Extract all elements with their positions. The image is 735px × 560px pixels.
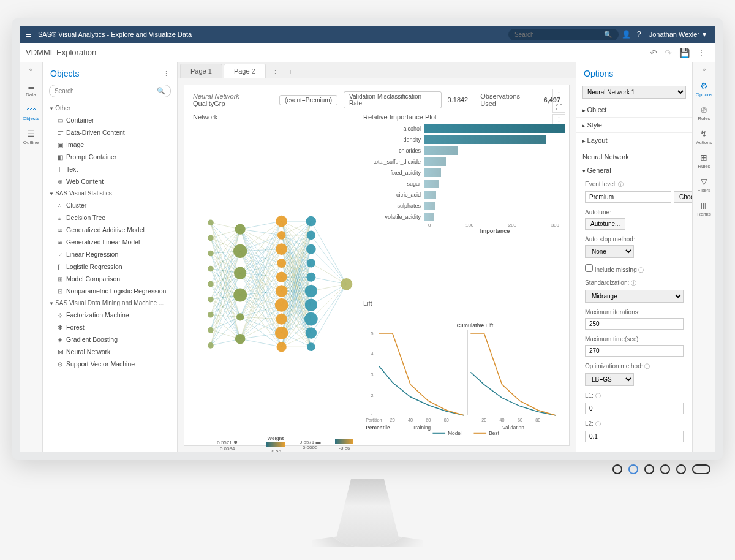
l1-input[interactable]: [585, 403, 684, 414]
tab-page-2[interactable]: Page 2: [224, 64, 266, 78]
choose-button[interactable]: Choose: [674, 191, 692, 203]
max-iter-input[interactable]: [585, 318, 684, 330]
l2-input[interactable]: [585, 431, 684, 442]
group-sas-visual-statistics[interactable]: SAS Visual Statistics: [43, 187, 177, 199]
autotune-button[interactable]: Autotune...: [585, 218, 625, 230]
svg-text:40: 40: [500, 417, 505, 423]
search-icon[interactable]: 🔍: [604, 31, 612, 39]
help-icon[interactable]: ?: [637, 30, 641, 39]
info-icon[interactable]: ⓘ: [595, 393, 601, 399]
bar-row: total_sulfur_dioxide: [363, 156, 565, 167]
svg-text:Validation: Validation: [502, 425, 524, 431]
object-generalized-linear-model[interactable]: ≋Generalized Linear Model: [43, 236, 177, 248]
panel-more-icon[interactable]: ⋮: [163, 70, 170, 78]
search-icon[interactable]: 🔍: [157, 87, 165, 95]
right-rail: » ⚙Options⎚Roles↯Actions⊞Rules▽Filters⫼R…: [692, 62, 715, 452]
rail-filters[interactable]: ▽Filters: [696, 173, 713, 197]
object-text[interactable]: TText: [43, 163, 177, 175]
object-linear-regression[interactable]: ⟋Linear Regression: [43, 248, 177, 260]
object-nonparametric-logistic-regression[interactable]: ⊡Nonparametric Logistic Regression: [43, 285, 177, 297]
search-input[interactable]: [514, 31, 604, 38]
info-icon[interactable]: ⓘ: [644, 363, 650, 369]
section-layout[interactable]: Layout: [576, 133, 692, 148]
svg-point-244: [276, 285, 288, 297]
tab-more-icon[interactable]: ⋮: [267, 65, 284, 78]
object-neural-network[interactable]: ⋈Neural Network: [43, 346, 177, 358]
group-sas-visual-data-mining-and-machine-[interactable]: SAS Visual Data Mining and Machine ...: [43, 297, 177, 309]
project-name: VDMML Exploration: [26, 48, 646, 57]
card-menu-icon[interactable]: ⋮: [552, 89, 565, 100]
object-selector[interactable]: Neural Network 1: [582, 86, 686, 99]
collapse-right-icon[interactable]: »: [703, 66, 706, 77]
svg-line-216: [311, 249, 347, 284]
rail-options[interactable]: ⚙Options: [696, 77, 713, 101]
metric-pill[interactable]: Validation Misclassification Rate: [344, 91, 442, 108]
opt-method-select[interactable]: LBFGS: [585, 373, 634, 386]
svg-line-54: [240, 221, 282, 229]
redo-icon[interactable]: ↷: [665, 48, 672, 58]
app-title: SAS® Visual Analytics - Explore and Visu…: [38, 31, 192, 38]
collapse-left-icon[interactable]: «: [29, 66, 33, 77]
rail-objects[interactable]: 〰Objects: [23, 101, 39, 125]
rail-actions[interactable]: ↯Actions: [696, 125, 713, 149]
standardization-select[interactable]: Midrange: [585, 290, 684, 303]
undo-icon[interactable]: ↶: [650, 48, 657, 58]
object-model-comparison[interactable]: ⊞Model Comparison: [43, 273, 177, 285]
rail-ranks[interactable]: ⫼Ranks: [696, 197, 713, 221]
info-icon[interactable]: ⓘ: [595, 421, 601, 427]
svg-point-252: [307, 259, 315, 267]
info-icon[interactable]: ⓘ: [631, 280, 636, 286]
info-icon[interactable]: ⓘ: [618, 181, 624, 187]
svg-text:60: 60: [518, 417, 522, 423]
object-support-vector-machine[interactable]: ⊙Support Vector Machine: [43, 358, 177, 370]
group-other[interactable]: Other: [43, 102, 177, 114]
bar-row: volatile_acidity: [363, 211, 565, 222]
global-search[interactable]: 🔍: [508, 29, 619, 40]
menu-icon[interactable]: ☰: [26, 31, 32, 39]
tab-page-1[interactable]: Page 1: [180, 64, 222, 78]
section-object[interactable]: Object: [576, 102, 692, 118]
autostop-select[interactable]: None: [585, 245, 634, 258]
object-factorization-machine[interactable]: ⊹Factorization Machine: [43, 309, 177, 321]
svg-point-238: [235, 334, 246, 344]
svg-text:20: 20: [390, 417, 395, 423]
svg-point-249: [306, 216, 317, 227]
rail-data[interactable]: ≣Data: [23, 77, 39, 101]
object-container[interactable]: ▭Container: [43, 114, 177, 126]
section-style[interactable]: Style: [576, 118, 692, 133]
object-prompt-container[interactable]: ◧Prompt Container: [43, 151, 177, 163]
svg-point-227: [208, 266, 214, 272]
rail-outline[interactable]: ☰Outline: [23, 125, 39, 149]
max-time-input[interactable]: [585, 345, 684, 357]
object-decision-tree[interactable]: ⟁Decision Tree: [43, 211, 177, 224]
svg-line-94: [240, 221, 282, 317]
object-image[interactable]: ▣Image: [43, 138, 177, 151]
object-generalized-additive-model[interactable]: ≋Generalized Additive Model: [43, 224, 177, 236]
include-missing-checkbox[interactable]: [585, 264, 593, 272]
user-menu-caret-icon[interactable]: ▾: [703, 30, 706, 39]
objects-search[interactable]: 🔍: [49, 85, 171, 97]
expand-icon[interactable]: ⛶: [552, 102, 565, 113]
rail-roles[interactable]: ⎚Roles: [696, 101, 713, 125]
more-icon[interactable]: ⋮: [697, 48, 706, 58]
object-forest[interactable]: ✱Forest: [43, 321, 177, 333]
svg-point-242: [277, 259, 286, 268]
network-diagram: [193, 123, 358, 433]
object-data-driven-content[interactable]: ⫍Data-Driven Content: [43, 126, 177, 138]
objects-search-input[interactable]: [55, 88, 157, 94]
svg-point-243: [276, 271, 287, 282]
user-name[interactable]: Jonathan Wexler: [649, 31, 699, 38]
object-logistic-regression[interactable]: ∫Logistic Regression: [43, 260, 177, 273]
lift-chart: Cumulative Lift1234520406080Training2040…: [363, 309, 565, 445]
event-pill[interactable]: (event=Premium): [279, 95, 337, 105]
rail-rules[interactable]: ⊞Rules: [696, 149, 713, 173]
general-section[interactable]: General: [576, 163, 692, 178]
user-icon[interactable]: 👤: [622, 30, 631, 39]
object-web-content[interactable]: ⊕Web Content: [43, 175, 177, 187]
info-icon[interactable]: ⓘ: [638, 267, 644, 273]
object-cluster[interactable]: ∴Cluster: [43, 199, 177, 211]
object-gradient-boosting[interactable]: ◈Gradient Boosting: [43, 333, 177, 346]
event-level-field[interactable]: [585, 191, 671, 203]
add-page-icon[interactable]: +: [284, 66, 297, 78]
save-icon[interactable]: 💾: [679, 48, 690, 58]
